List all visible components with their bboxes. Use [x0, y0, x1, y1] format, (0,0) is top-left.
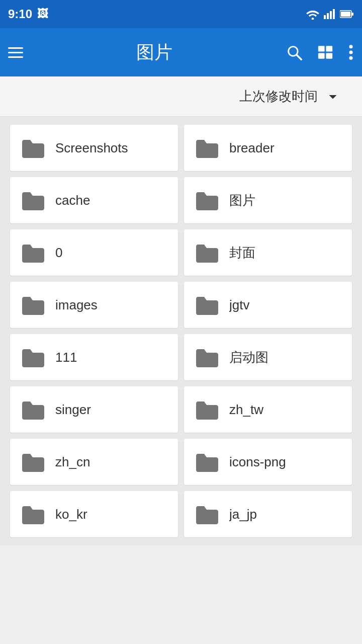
- folder-item[interactable]: 0: [10, 229, 178, 276]
- folder-name: 图片: [229, 192, 255, 209]
- folder-name: images: [55, 297, 98, 313]
- folder-name: zh_tw: [229, 402, 263, 418]
- folder-name: 0: [55, 245, 62, 261]
- folder-name: singer: [55, 402, 91, 418]
- folder-name: Screenshots: [55, 140, 128, 156]
- folder-item[interactable]: icons-png: [184, 439, 352, 485]
- folder-grid: Screenshots breader cache 图片: [0, 117, 362, 545]
- svg-point-15: [349, 50, 352, 54]
- folder-icon: [20, 346, 46, 368]
- folder-icon: [20, 398, 46, 421]
- folder-icon: [194, 398, 220, 421]
- folder-name: 111: [55, 350, 77, 365]
- folder-icon: [194, 242, 220, 264]
- folder-item[interactable]: singer: [10, 386, 178, 433]
- list-view-icon[interactable]: [317, 44, 334, 61]
- wifi-icon: [306, 9, 320, 20]
- folder-icon: [194, 294, 220, 316]
- svg-point-0: [312, 18, 314, 20]
- svg-rect-10: [318, 46, 325, 51]
- folder-name: ja_jp: [229, 507, 257, 522]
- svg-line-9: [297, 55, 301, 59]
- chevron-down-icon: [324, 88, 342, 106]
- status-time: 9:10: [8, 7, 32, 21]
- folder-name: ko_kr: [55, 507, 87, 522]
- svg-rect-4: [333, 9, 335, 19]
- folder-item[interactable]: 启动图: [184, 334, 352, 380]
- svg-rect-2: [327, 13, 329, 19]
- search-icon[interactable]: [286, 44, 303, 61]
- svg-rect-7: [351, 13, 353, 16]
- folder-icon: [194, 189, 220, 211]
- folder-icon: [20, 451, 46, 473]
- folder-item[interactable]: images: [10, 282, 178, 328]
- status-bar: 9:10 🖼: [0, 0, 362, 28]
- folder-name: breader: [229, 140, 275, 156]
- folder-name: zh_cn: [55, 454, 90, 470]
- image-icon: 🖼: [37, 8, 48, 21]
- folder-item[interactable]: 封面: [184, 229, 352, 276]
- svg-point-16: [349, 56, 352, 60]
- folder-item[interactable]: cache: [10, 177, 178, 223]
- folder-item[interactable]: ko_kr: [10, 491, 178, 537]
- folder-name: cache: [55, 193, 90, 208]
- svg-rect-1: [324, 15, 326, 19]
- folder-item[interactable]: zh_cn: [10, 439, 178, 485]
- svg-point-14: [349, 45, 352, 48]
- folder-name: 启动图: [229, 349, 268, 366]
- sort-label: 上次修改时间: [239, 88, 318, 105]
- folder-name: icons-png: [229, 454, 286, 470]
- folder-icon: [20, 294, 46, 316]
- folder-item[interactable]: 图片: [184, 177, 352, 223]
- more-options-icon[interactable]: [348, 44, 354, 61]
- folder-icon: [20, 242, 46, 264]
- signal-icon: [324, 9, 336, 20]
- svg-rect-13: [326, 53, 332, 58]
- folder-item[interactable]: jgtv: [184, 282, 352, 328]
- svg-rect-6: [341, 12, 350, 17]
- svg-rect-12: [318, 53, 325, 58]
- folder-icon: [194, 346, 220, 368]
- folder-icon: [20, 137, 46, 159]
- battery-icon: [340, 9, 354, 20]
- folder-name: jgtv: [229, 297, 249, 313]
- folder-icon: [194, 137, 220, 159]
- folder-item[interactable]: Screenshots: [10, 125, 178, 171]
- folder-item[interactable]: ja_jp: [184, 491, 352, 537]
- folder-name: 封面: [229, 244, 255, 262]
- folder-item[interactable]: zh_tw: [184, 386, 352, 433]
- folder-item[interactable]: breader: [184, 125, 352, 171]
- folder-icon: [194, 503, 220, 525]
- app-bar: 图片: [0, 28, 362, 76]
- folder-icon: [20, 503, 46, 525]
- sort-bar[interactable]: 上次修改时间: [0, 76, 362, 117]
- app-title: 图片: [33, 40, 276, 65]
- svg-rect-11: [326, 46, 332, 51]
- folder-item[interactable]: 111: [10, 334, 178, 380]
- folder-icon: [194, 451, 220, 473]
- svg-rect-3: [330, 11, 332, 19]
- menu-button[interactable]: [8, 47, 23, 58]
- folder-icon: [20, 189, 46, 211]
